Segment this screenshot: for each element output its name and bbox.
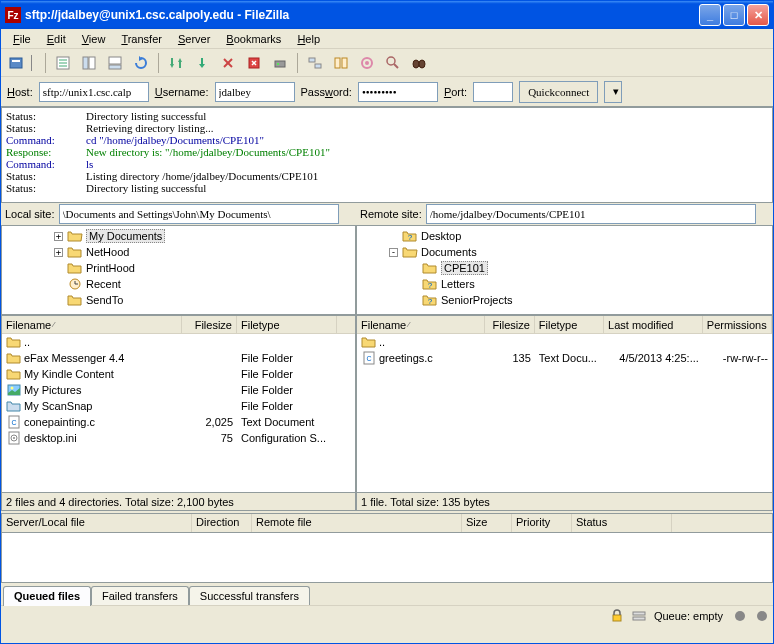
column-header[interactable]: Size bbox=[462, 514, 512, 532]
password-input[interactable] bbox=[358, 82, 438, 102]
menu-view[interactable]: View bbox=[74, 31, 114, 47]
expand-toggle[interactable]: - bbox=[389, 248, 398, 257]
column-header[interactable]: Direction bbox=[192, 514, 252, 532]
search-button[interactable] bbox=[382, 52, 404, 74]
column-header[interactable]: Last modified bbox=[604, 316, 703, 333]
tree-node[interactable]: +NetHood bbox=[4, 244, 353, 260]
svg-text:C: C bbox=[11, 419, 16, 426]
queue-body[interactable] bbox=[1, 533, 773, 583]
file-row[interactable]: .. bbox=[357, 334, 772, 350]
column-header[interactable]: Filesize bbox=[485, 316, 534, 333]
column-header[interactable]: Remote file bbox=[252, 514, 462, 532]
quickconnect-button[interactable]: Quickconnect bbox=[519, 81, 598, 103]
svg-text:C: C bbox=[366, 355, 371, 362]
compare-button[interactable] bbox=[330, 52, 352, 74]
file-row[interactable]: My ScanSnapFile Folder bbox=[2, 398, 355, 414]
column-header[interactable]: Filename∕ bbox=[357, 316, 485, 333]
expand-toggle[interactable]: + bbox=[54, 248, 63, 257]
server-button[interactable] bbox=[269, 52, 291, 74]
tree-node[interactable]: CPE101 bbox=[359, 260, 770, 276]
tree-node[interactable]: SendTo bbox=[4, 292, 353, 308]
message-log[interactable]: Status:Directory listing successfulStatu… bbox=[1, 107, 773, 203]
queue-tab[interactable]: Failed transfers bbox=[91, 586, 189, 605]
filter-button[interactable] bbox=[304, 52, 326, 74]
refresh-button[interactable] bbox=[130, 52, 152, 74]
column-header[interactable]: Filetype bbox=[535, 316, 604, 333]
queue-tabs: Queued filesFailed transfersSuccessful t… bbox=[1, 583, 773, 605]
statusbar: Queue: empty bbox=[1, 605, 773, 625]
tree-node[interactable]: ?SeniorProjects bbox=[359, 292, 770, 308]
tree-node[interactable]: ?Desktop bbox=[359, 228, 770, 244]
svg-point-21 bbox=[277, 63, 279, 65]
port-input[interactable] bbox=[473, 82, 513, 102]
close-button[interactable]: ✕ bbox=[747, 4, 769, 26]
svg-rect-25 bbox=[342, 58, 347, 68]
svg-marker-12 bbox=[178, 58, 182, 62]
process-queue-button[interactable] bbox=[165, 52, 187, 74]
quickconnect-dropdown[interactable]: ▾ bbox=[604, 81, 622, 103]
column-header[interactable]: Server/Local file bbox=[2, 514, 192, 532]
tree-node[interactable]: Recent bbox=[4, 276, 353, 292]
menu-bookmarks[interactable]: Bookmarks bbox=[218, 31, 289, 47]
queue-header: Server/Local fileDirectionRemote fileSiz… bbox=[1, 513, 773, 533]
expand-toggle[interactable]: + bbox=[54, 232, 63, 241]
tree-node[interactable]: +My Documents bbox=[4, 228, 353, 244]
column-header[interactable]: Filesize bbox=[182, 316, 237, 333]
column-header[interactable]: Status bbox=[572, 514, 672, 532]
column-header[interactable]: Permissions bbox=[703, 316, 772, 333]
tree-node[interactable]: PrintHood bbox=[4, 260, 353, 276]
svg-line-29 bbox=[394, 64, 398, 68]
site-paths: Local site: Remote site: bbox=[1, 203, 773, 225]
remote-tree[interactable]: ?Desktop-DocumentsCPE101?Letters?SeniorP… bbox=[356, 225, 773, 315]
svg-rect-1 bbox=[12, 60, 20, 62]
disconnect-button[interactable] bbox=[217, 52, 239, 74]
menu-server[interactable]: Server bbox=[170, 31, 218, 47]
toggle-queue-button[interactable] bbox=[104, 52, 126, 74]
tree-node[interactable]: -Documents bbox=[359, 244, 770, 260]
toggle-log-button[interactable] bbox=[52, 52, 74, 74]
remote-file-list[interactable]: Filename∕FilesizeFiletypeLast modifiedPe… bbox=[356, 315, 773, 493]
directory-trees: +My Documents+NetHoodPrintHoodRecentSend… bbox=[1, 225, 773, 315]
file-row[interactable]: .. bbox=[2, 334, 355, 350]
sitemanager-button[interactable] bbox=[5, 52, 27, 74]
username-input[interactable] bbox=[215, 82, 295, 102]
tree-node[interactable]: ?Letters bbox=[359, 276, 770, 292]
sync-button[interactable] bbox=[356, 52, 378, 74]
file-row[interactable]: My PicturesFile Folder bbox=[2, 382, 355, 398]
menubar: File Edit View Transfer Server Bookmarks… bbox=[1, 29, 773, 49]
column-header[interactable]: Filename∕ bbox=[2, 316, 182, 333]
cancel-button[interactable] bbox=[191, 52, 213, 74]
queue-tab[interactable]: Successful transfers bbox=[189, 586, 310, 605]
svg-rect-7 bbox=[89, 57, 95, 69]
column-header[interactable]: Priority bbox=[512, 514, 572, 532]
file-row[interactable]: desktop.ini75Configuration S... bbox=[2, 430, 355, 446]
local-tree[interactable]: +My Documents+NetHoodPrintHoodRecentSend… bbox=[1, 225, 356, 315]
toolbar bbox=[1, 49, 773, 77]
toggle-tree-button[interactable] bbox=[78, 52, 100, 74]
column-header[interactable]: Filetype bbox=[237, 316, 337, 333]
log-line: Command:ls bbox=[6, 158, 768, 170]
reconnect-button[interactable] bbox=[243, 52, 265, 74]
port-label: Port: bbox=[444, 86, 467, 98]
file-row[interactable]: My Kindle ContentFile Folder bbox=[2, 366, 355, 382]
file-row[interactable]: eFax Messenger 4.4File Folder bbox=[2, 350, 355, 366]
menu-transfer[interactable]: Transfer bbox=[113, 31, 170, 47]
remote-status: 1 file. Total size: 135 bytes bbox=[356, 493, 773, 511]
menu-edit[interactable]: Edit bbox=[39, 31, 74, 47]
svg-rect-6 bbox=[83, 57, 88, 69]
svg-text:?: ? bbox=[408, 233, 413, 242]
remote-site-input[interactable] bbox=[426, 204, 756, 224]
titlebar: Fz sftp://jdalbey@unix1.csc.calpoly.edu … bbox=[1, 1, 773, 29]
queue-tab[interactable]: Queued files bbox=[3, 586, 91, 606]
file-row[interactable]: Cgreetings.c135Text Docu...4/5/2013 4:25… bbox=[357, 350, 772, 366]
minimize-button[interactable]: _ bbox=[699, 4, 721, 26]
maximize-button[interactable]: □ bbox=[723, 4, 745, 26]
menu-help[interactable]: Help bbox=[289, 31, 328, 47]
status-dot-2 bbox=[757, 611, 767, 621]
file-row[interactable]: Cconepainting.c2,025Text Document bbox=[2, 414, 355, 430]
menu-file[interactable]: File bbox=[5, 31, 39, 47]
local-site-input[interactable] bbox=[59, 204, 339, 224]
binoculars-button[interactable] bbox=[408, 52, 430, 74]
local-file-list[interactable]: Filename∕FilesizeFiletype ..eFax Messeng… bbox=[1, 315, 356, 493]
host-input[interactable] bbox=[39, 82, 149, 102]
